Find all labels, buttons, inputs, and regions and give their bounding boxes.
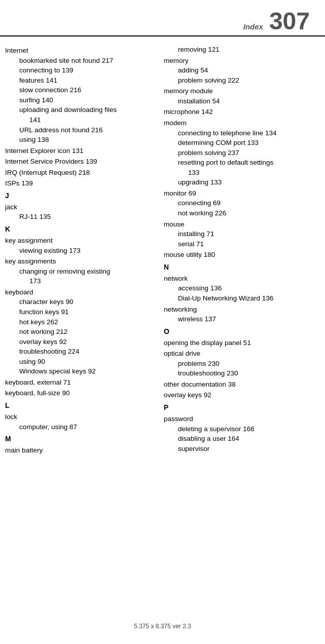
index-entry: adding 54 [164, 65, 320, 75]
index-entry: features 141 [5, 75, 156, 86]
index-entry: key assignments [5, 256, 156, 267]
index-entry: lock [5, 412, 156, 422]
index-entry: supervisor [164, 444, 320, 454]
index-entry: monitor 69 [164, 188, 320, 199]
index-entry: troubleshooting 224 [5, 347, 156, 357]
index-entry: keyboard [5, 287, 156, 297]
index-entry: 141 [5, 115, 156, 125]
page-container: Index 307 Internetbookmarked site not fo… [0, 0, 325, 644]
index-entry: K [5, 224, 156, 235]
index-entry: resetting port to default settings [164, 158, 320, 168]
index-entry: P [164, 402, 320, 413]
index-entry: not working 226 [164, 208, 320, 218]
index-entry: problem solving 237 [164, 148, 320, 158]
index-entry: password [164, 414, 320, 424]
index-entry: changing or removing existing [5, 267, 156, 277]
index-entry: connecting 69 [164, 198, 320, 208]
page-footer: 5.375 x 8.375 ver 2.3 [0, 623, 325, 630]
index-entry: main battery [5, 445, 156, 456]
footer-text: 5.375 x 8.375 ver 2.3 [134, 623, 191, 630]
index-entry: Internet [5, 46, 156, 56]
index-entry: slow connection 216 [5, 85, 156, 95]
index-entry: RJ-11 135 [5, 212, 156, 222]
index-entry: connecting to telephone line 134 [164, 128, 320, 138]
index-entry: ISPs 139 [5, 178, 156, 188]
index-content: Internetbookmarked site not found 217con… [0, 41, 325, 456]
index-entry: character keys 90 [5, 297, 156, 307]
index-entry: computer, using 87 [5, 422, 156, 432]
index-entry: accessing 136 [164, 283, 320, 293]
index-entry: keyboard, full-size 90 [5, 388, 156, 398]
index-entry: IRQ (Interrupt Request) 218 [5, 168, 156, 178]
index-entry: serial 71 [164, 239, 320, 249]
index-entry: modem [164, 118, 320, 128]
index-entry: key assignment [5, 236, 156, 246]
index-entry: surfing 140 [5, 95, 156, 105]
index-entry: using 90 [5, 357, 156, 367]
index-entry: installing 71 [164, 229, 320, 239]
index-entry: mouse [164, 219, 320, 230]
page-number: 307 [269, 9, 310, 33]
index-entry: viewing existing 173 [5, 246, 156, 256]
index-entry: keyboard, external 71 [5, 377, 156, 388]
index-entry: microphone 142 [164, 107, 320, 117]
index-entry: using 138 [5, 135, 156, 145]
index-entry: deleting a supervisor 166 [164, 424, 320, 434]
header-title: Index [243, 22, 263, 31]
index-entry: determining COM port 133 [164, 138, 320, 148]
index-entry: problems 230 [164, 359, 320, 369]
index-entry: bookmarked site not found 217 [5, 56, 156, 66]
index-entry: Windows special keys 92 [5, 366, 156, 376]
left-column: Internetbookmarked site not found 217con… [5, 45, 160, 456]
index-entry: installation 54 [164, 96, 320, 106]
index-entry: troubleshooting 230 [164, 368, 320, 378]
index-entry: uploading and downloading files [5, 105, 156, 115]
right-column: removing 121memoryadding 54problem solvi… [160, 45, 320, 456]
index-entry: connecting to 139 [5, 65, 156, 75]
index-entry: URL address not found 216 [5, 125, 156, 135]
index-entry: jack [5, 202, 156, 212]
index-entry: wireless 137 [164, 314, 320, 324]
index-entry: M [5, 434, 156, 444]
index-entry: not working 212 [5, 327, 156, 337]
index-entry: removing 121 [164, 45, 320, 55]
index-entry: J [5, 191, 156, 201]
index-entry: Dial-Up Networking Wizard 136 [164, 293, 320, 304]
index-entry: disabling a user 164 [164, 434, 320, 444]
index-entry: network [164, 274, 320, 284]
index-entry: problem solving 222 [164, 75, 320, 86]
index-entry: 133 [164, 168, 320, 178]
page-header: Index 307 [0, 0, 325, 36]
index-entry: opening the display panel 51 [164, 338, 320, 348]
index-entry: function keys 91 [5, 307, 156, 317]
index-entry: upgrading 133 [164, 177, 320, 187]
index-entry: mouse utility 180 [164, 250, 320, 260]
index-entry: N [164, 262, 320, 273]
index-entry: 173 [5, 276, 156, 286]
index-entry: networking [164, 305, 320, 315]
index-entry: overlay keys 92 [164, 390, 320, 400]
index-entry: Internet Service Providers 139 [5, 157, 156, 167]
index-entry: memory module [164, 86, 320, 96]
index-entry: other documentation 38 [164, 380, 320, 390]
index-entry: O [164, 326, 320, 337]
index-entry: L [5, 400, 156, 411]
index-entry: Internet Explorer icon 131 [5, 146, 156, 156]
index-entry: overlay keys 92 [5, 337, 156, 347]
index-entry: hot keys 262 [5, 317, 156, 327]
index-entry: memory [164, 56, 320, 66]
index-entry: optical drive [164, 349, 320, 359]
